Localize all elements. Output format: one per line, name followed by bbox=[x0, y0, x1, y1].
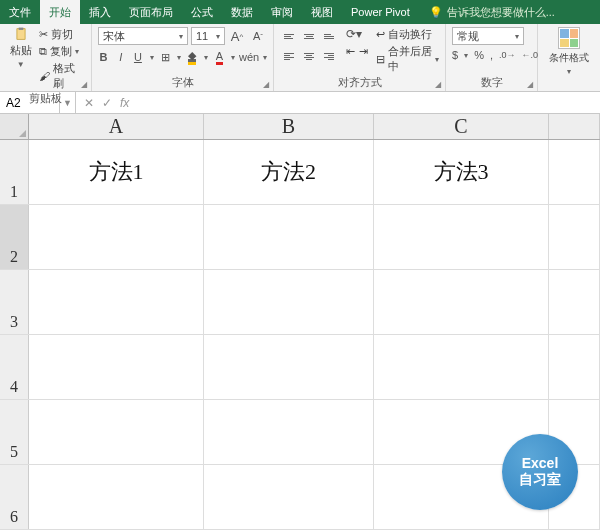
chevron-down-icon: ▾ bbox=[216, 32, 220, 41]
align-right-button[interactable] bbox=[320, 47, 338, 65]
underline-button[interactable]: U bbox=[132, 51, 143, 63]
tab-insert[interactable]: 插入 bbox=[80, 0, 120, 24]
row-header-5[interactable]: 5 bbox=[0, 400, 29, 464]
cell-d4[interactable] bbox=[549, 335, 600, 399]
row-1: 1 方法1 方法2 方法3 bbox=[0, 140, 600, 205]
phonetic-button[interactable]: wén bbox=[241, 51, 257, 63]
font-color-button[interactable]: A bbox=[214, 50, 225, 65]
cell-d2[interactable] bbox=[549, 205, 600, 269]
decrease-decimal-button[interactable]: ←.0 bbox=[521, 50, 538, 60]
conditional-formatting-button[interactable]: 条件格式 ▾ bbox=[544, 27, 594, 76]
bold-button[interactable]: B bbox=[98, 51, 109, 63]
chevron-down-icon[interactable]: ▾ bbox=[177, 53, 181, 62]
chevron-down-icon[interactable]: ▾ bbox=[231, 53, 235, 62]
tell-me-search[interactable]: 💡 告诉我您想要做什么... bbox=[419, 0, 555, 24]
chevron-down-icon[interactable]: ▾ bbox=[150, 53, 154, 62]
group-alignment: ⟳▾ ⇤ ⇥ ↩自动换行 ⊟合并后居中▾ 对齐方式 ◢ bbox=[274, 24, 446, 91]
enter-formula-icon[interactable]: ✓ bbox=[102, 96, 112, 110]
chevron-down-icon: ▾ bbox=[515, 32, 519, 41]
chevron-down-icon[interactable]: ▾ bbox=[464, 51, 468, 60]
chevron-down-icon[interactable]: ▾ bbox=[204, 53, 208, 62]
align-middle-button[interactable] bbox=[300, 27, 318, 45]
align-left-button[interactable] bbox=[280, 47, 298, 65]
watermark-badge: Excel 自习室 bbox=[502, 434, 578, 510]
increase-decimal-button[interactable]: .0→ bbox=[499, 50, 516, 60]
tab-powerpivot[interactable]: Power Pivot bbox=[342, 0, 419, 24]
group-label-font: 字体 bbox=[98, 75, 267, 90]
align-center-button[interactable] bbox=[300, 47, 318, 65]
accounting-format-button[interactable]: $ bbox=[452, 49, 458, 61]
cancel-formula-icon[interactable]: ✕ bbox=[84, 96, 94, 110]
row-4: 4 bbox=[0, 335, 600, 400]
decrease-indent-button[interactable]: ⇤ bbox=[346, 45, 355, 58]
paste-button[interactable]: 粘贴 ▼ bbox=[6, 27, 35, 91]
row-header-4[interactable]: 4 bbox=[0, 335, 29, 399]
copy-button[interactable]: ⧉复制▾ bbox=[39, 44, 85, 59]
alignment-expand-icon[interactable]: ◢ bbox=[433, 79, 443, 89]
chevron-down-icon[interactable]: ▾ bbox=[263, 53, 267, 62]
cell-c1[interactable]: 方法3 bbox=[374, 140, 549, 204]
cell-b4[interactable] bbox=[204, 335, 374, 399]
tab-review[interactable]: 审阅 bbox=[262, 0, 302, 24]
cell-b1[interactable]: 方法2 bbox=[204, 140, 374, 204]
column-header-c[interactable]: C bbox=[374, 114, 549, 139]
row-header-2[interactable]: 2 bbox=[0, 205, 29, 269]
cell-c2[interactable] bbox=[374, 205, 549, 269]
number-expand-icon[interactable]: ◢ bbox=[525, 79, 535, 89]
cut-label: 剪切 bbox=[51, 27, 73, 42]
cell-b3[interactable] bbox=[204, 270, 374, 334]
cell-b2[interactable] bbox=[204, 205, 374, 269]
cell-a2[interactable] bbox=[29, 205, 204, 269]
align-top-button[interactable] bbox=[280, 27, 298, 45]
font-name-select[interactable]: 宋体▾ bbox=[98, 27, 188, 45]
tab-home[interactable]: 开始 bbox=[40, 0, 80, 24]
tab-page-layout[interactable]: 页面布局 bbox=[120, 0, 182, 24]
fill-color-button[interactable]: ◆ bbox=[187, 49, 198, 65]
number-format-select[interactable]: 常规▾ bbox=[452, 27, 524, 45]
tab-file[interactable]: 文件 bbox=[0, 0, 40, 24]
row-header-6[interactable]: 6 bbox=[0, 465, 29, 529]
lightbulb-icon: 💡 bbox=[429, 6, 443, 19]
cell-c4[interactable] bbox=[374, 335, 549, 399]
select-all-corner[interactable] bbox=[0, 114, 29, 139]
cell-b5[interactable] bbox=[204, 400, 374, 464]
cell-a4[interactable] bbox=[29, 335, 204, 399]
tab-data[interactable]: 数据 bbox=[222, 0, 262, 24]
column-header-a[interactable]: A bbox=[29, 114, 204, 139]
decrease-font-button[interactable]: Aˇ bbox=[249, 27, 267, 45]
column-header-d[interactable] bbox=[549, 114, 600, 139]
cell-a5[interactable] bbox=[29, 400, 204, 464]
orientation-button[interactable]: ⟳▾ bbox=[346, 27, 368, 41]
increase-indent-button[interactable]: ⇥ bbox=[359, 45, 368, 58]
merge-center-button[interactable]: ⊟合并后居中▾ bbox=[376, 44, 439, 74]
tell-me-label: 告诉我您想要做什么... bbox=[447, 5, 555, 20]
cell-b6[interactable] bbox=[204, 465, 374, 529]
increase-font-button[interactable]: A^ bbox=[228, 27, 246, 45]
align-bottom-button[interactable] bbox=[320, 27, 338, 45]
percent-button[interactable]: % bbox=[474, 49, 484, 61]
cell-a1[interactable]: 方法1 bbox=[29, 140, 204, 204]
border-button[interactable]: ⊞ bbox=[160, 51, 171, 64]
formula-input[interactable] bbox=[137, 92, 600, 113]
font-expand-icon[interactable]: ◢ bbox=[261, 79, 271, 89]
cell-a3[interactable] bbox=[29, 270, 204, 334]
comma-button[interactable]: , bbox=[490, 49, 493, 61]
tab-view[interactable]: 视图 bbox=[302, 0, 342, 24]
font-size-select[interactable]: 11▾ bbox=[191, 27, 225, 45]
italic-button[interactable]: I bbox=[115, 51, 126, 63]
cell-d1[interactable] bbox=[549, 140, 600, 204]
wrap-text-button[interactable]: ↩自动换行 bbox=[376, 27, 439, 42]
scissors-icon: ✂ bbox=[39, 28, 48, 41]
group-number: 常规▾ $▾ % , .0→ ←.0 数字 ◢ bbox=[446, 24, 538, 91]
cut-button[interactable]: ✂剪切 bbox=[39, 27, 85, 42]
cell-c3[interactable] bbox=[374, 270, 549, 334]
row-header-3[interactable]: 3 bbox=[0, 270, 29, 334]
column-header-b[interactable]: B bbox=[204, 114, 374, 139]
cell-a6[interactable] bbox=[29, 465, 204, 529]
cell-d3[interactable] bbox=[549, 270, 600, 334]
chevron-down-icon: ▾ bbox=[75, 47, 79, 56]
tab-formulas[interactable]: 公式 bbox=[182, 0, 222, 24]
clipboard-expand-icon[interactable]: ◢ bbox=[79, 79, 89, 89]
row-header-1[interactable]: 1 bbox=[0, 140, 29, 204]
fx-icon[interactable]: fx bbox=[120, 96, 129, 110]
